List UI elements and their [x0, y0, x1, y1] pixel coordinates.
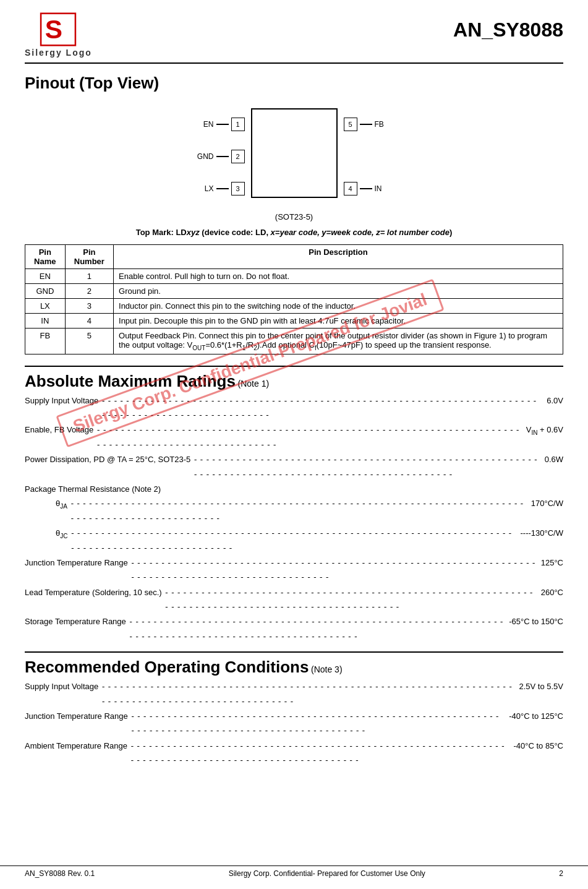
- pin-en: EN 1: [195, 118, 245, 131]
- ratings-value: 170°C/W: [531, 496, 563, 510]
- ratings-line: Power Dissipation, PD @ TA = 25°C, SOT23…: [25, 452, 563, 482]
- abs-max-title: Absolute Maximum Ratings: [25, 372, 236, 390]
- ratings-label: Enable, FB Voltage: [25, 423, 93, 437]
- pin-in-label: IN: [375, 184, 393, 193]
- col-pin-desc: Pin Description: [114, 245, 563, 269]
- ratings-dots: ----------------------------------------…: [129, 614, 506, 644]
- ratings-dots: ----------------------------------------…: [193, 452, 542, 482]
- logo-container: S Silergy Logo: [25, 12, 92, 58]
- pin-in-line: [360, 188, 372, 189]
- pin-gnd-num: 2: [231, 150, 245, 163]
- pinout-section-title: Pinout (Top View): [25, 74, 563, 93]
- ratings-label: θJA: [56, 496, 67, 512]
- rec-ops-title: Recommended Operating Conditions: [25, 658, 309, 676]
- footer-right: 2: [559, 869, 563, 878]
- ratings-line: Storage Temperature Range --------------…: [25, 614, 563, 644]
- rec-ops-lines-container: Supply Input Voltage -------------------…: [25, 679, 563, 768]
- ratings-dots: ----------------------------------------…: [130, 556, 539, 585]
- silergy-logo-icon: S: [40, 12, 77, 46]
- ratings-line: Junction Temperature Range -------------…: [25, 709, 563, 739]
- ratings-line: θJA ------------------------------------…: [25, 496, 563, 526]
- pin-in-num: 4: [344, 182, 357, 195]
- pin-number-cell: 5: [65, 329, 113, 354]
- pin-lx-label: LX: [195, 184, 214, 193]
- pin-lx-num: 3: [231, 182, 245, 195]
- ratings-dots: ----------------------------------------…: [96, 423, 523, 452]
- ratings-value: -40°C to 85°C: [514, 739, 564, 753]
- pin-name-cell: IN: [25, 314, 66, 329]
- rec-ops-note: (Note 3): [311, 664, 343, 674]
- footer-left: AN_SY8088 Rev. 0.1: [25, 869, 95, 878]
- pin-desc-cell: Enable control. Pull high to turn on. Do…: [114, 269, 563, 284]
- pin-fb-label: FB: [375, 120, 393, 129]
- footer-center: Silergy Corp. Confidential- Prepared for…: [229, 869, 425, 878]
- ratings-heading: Package Thermal Resistance (Note 2): [25, 482, 563, 496]
- ratings-label: Storage Temperature Range: [25, 614, 126, 629]
- ratings-label: Power Dissipation, PD @ TA = 25°C, SOT23…: [25, 452, 190, 466]
- table-row: EN1Enable control. Pull high to turn on.…: [25, 269, 563, 284]
- ratings-dots: ----------------------------------------…: [70, 526, 518, 556]
- pin-name-cell: EN: [25, 269, 66, 284]
- pin-desc-cell: Input pin. Decouple this pin to the GND …: [114, 314, 563, 329]
- col-pin-name: Pin Name: [25, 245, 66, 269]
- pin-desc-cell: Inductor pin. Connect this pin to the sw…: [114, 299, 563, 314]
- ratings-line: Enable, FB Voltage ---------------------…: [25, 423, 563, 452]
- rec-ops-section: Recommended Operating Conditions (Note 3…: [25, 658, 563, 677]
- pin-number-cell: 2: [65, 284, 113, 299]
- section-divider-2: [25, 651, 563, 653]
- svg-text:S: S: [45, 15, 62, 44]
- pin-lx: LX 3: [195, 182, 245, 195]
- table-row: GND2Ground pin.: [25, 284, 563, 299]
- ratings-value: -65°C to 150°C: [509, 614, 563, 629]
- pin-number-cell: 1: [65, 269, 113, 284]
- absolute-max-section: Absolute Maximum Ratings (Note 1): [25, 372, 563, 391]
- pin-gnd-line: [216, 156, 229, 157]
- ratings-value: -40°C to 125°C: [509, 709, 563, 723]
- ratings-label: Lead Temperature (Soldering, 10 sec.): [25, 585, 162, 599]
- ratings-label: Supply Input Voltage: [25, 679, 98, 694]
- ratings-value: 260°C: [541, 585, 563, 599]
- pin-desc-cell: Output Feedback Pin. Connect this pin to…: [114, 329, 563, 354]
- pin-name-cell: LX: [25, 299, 66, 314]
- pin-lx-line: [216, 188, 229, 189]
- ratings-value: VIN + 0.6V: [526, 423, 563, 439]
- pin-gnd-label: GND: [195, 152, 214, 161]
- ratings-line: Ambient Temperature Range --------------…: [25, 739, 563, 768]
- pin-number-cell: 4: [65, 314, 113, 329]
- ratings-value: 125°C: [541, 556, 563, 570]
- pin-number-cell: 3: [65, 299, 113, 314]
- ratings-dots: ----------------------------------------…: [101, 393, 544, 423]
- top-mark-line: Top Mark: LDxyz (device code: LD, x=year…: [25, 228, 563, 237]
- ratings-dots: ----------------------------------------…: [164, 585, 539, 615]
- ratings-dots: ----------------------------------------…: [130, 739, 511, 768]
- ratings-value: ----130°C/W: [521, 526, 563, 540]
- pinout-diagram: EN 1 GND 2 LX 3 FB 5 IN 4: [25, 99, 563, 207]
- ratings-label: Junction Temperature Range: [25, 556, 128, 570]
- pin-in: IN 4: [344, 182, 393, 195]
- pin-gnd: GND 2: [195, 150, 245, 163]
- abs-max-lines-container: Supply Input Voltage -------------------…: [25, 393, 563, 645]
- ratings-label: Supply Input Voltage: [25, 393, 98, 408]
- ratings-label: θJC: [56, 526, 67, 542]
- ratings-label: Junction Temperature Range: [25, 709, 128, 723]
- chip-box: [251, 108, 338, 198]
- page-footer: AN_SY8088 Rev. 0.1 Silergy Corp. Confide…: [0, 865, 588, 878]
- abs-max-note: (Note 1): [238, 379, 270, 389]
- table-row: LX3Inductor pin. Connect this pin to the…: [25, 299, 563, 314]
- ratings-line: Lead Temperature (Soldering, 10 sec.) --…: [25, 585, 563, 615]
- pin-name-cell: GND: [25, 284, 66, 299]
- top-mark-detail: (device code: LD, x=year code, y=week co…: [202, 228, 452, 237]
- pin-en-label: EN: [195, 120, 214, 129]
- pin-fb-line: [360, 124, 372, 125]
- col-pin-number: Pin Number: [65, 245, 113, 269]
- pin-fb: FB 5: [344, 118, 393, 131]
- pin-en-line: [216, 124, 229, 125]
- package-label: (SOT23-5): [25, 212, 563, 221]
- ratings-line: Junction Temperature Range -------------…: [25, 556, 563, 585]
- ratings-value: 0.6W: [545, 452, 563, 466]
- pin-en-num: 1: [231, 118, 245, 131]
- pin-description-table: Pin Name Pin Number Pin Description EN1E…: [25, 244, 563, 354]
- pin-name-cell: FB: [25, 329, 66, 354]
- pin-desc-cell: Ground pin.: [114, 284, 563, 299]
- table-row: FB5Output Feedback Pin. Connect this pin…: [25, 329, 563, 354]
